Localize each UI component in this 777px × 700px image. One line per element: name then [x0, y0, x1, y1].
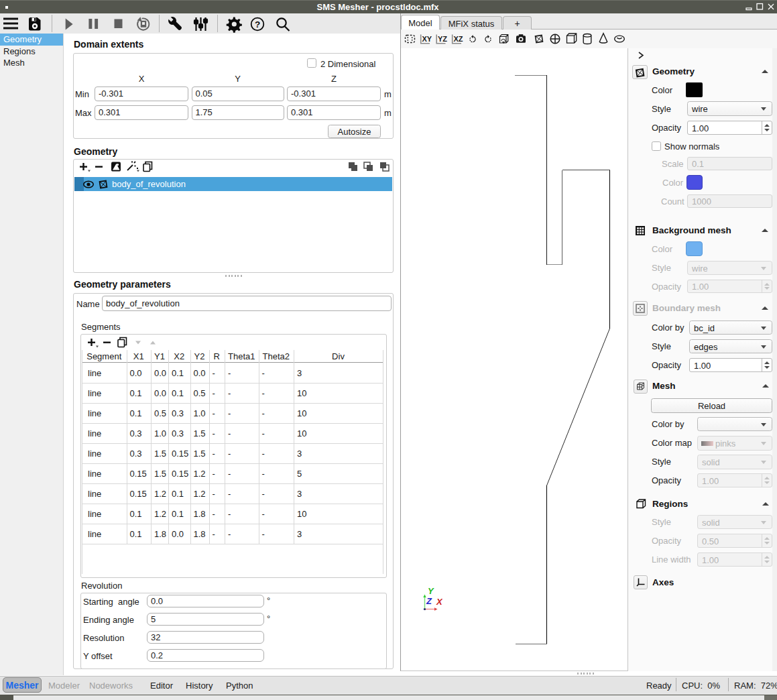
svg-text:XZ: XZ — [454, 35, 463, 43]
svg-text:XY: XY — [422, 35, 432, 43]
svg-text:?: ? — [255, 19, 260, 30]
svg-text:Y: Y — [428, 586, 434, 596]
svg-text:YZ: YZ — [438, 35, 447, 43]
svg-text:Z: Z — [426, 596, 432, 606]
svg-text:X: X — [436, 597, 443, 607]
